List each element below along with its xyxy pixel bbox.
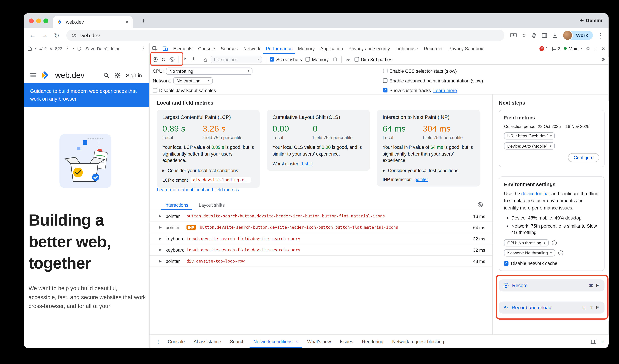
- address-bar[interactable]: web.dev: [66, 30, 505, 41]
- gemini-button[interactable]: ✦ Gemini: [580, 13, 602, 28]
- drawer-tab-ai-assistance[interactable]: AI assistance: [190, 335, 225, 348]
- lcp-test-conditions-expander[interactable]: ▶ Consider your local test conditions: [162, 168, 254, 173]
- throttling-select[interactable]: 'Save-Data': defau: [84, 46, 121, 51]
- tab-lighthouse[interactable]: Lighthouse: [393, 43, 421, 54]
- disable-js-samples-checkbox[interactable]: Disable JavaScript samples: [153, 88, 216, 93]
- issues-badge[interactable]: 2: [552, 46, 560, 51]
- drawer-tab-issues[interactable]: Issues: [336, 335, 357, 348]
- clear-interactions-icon[interactable]: [478, 202, 483, 207]
- search-icon[interactable]: [103, 72, 109, 78]
- css-selector-stats-checkbox[interactable]: Enable CSS selector stats (slow): [383, 69, 457, 73]
- device-width[interactable]: 412: [39, 46, 47, 51]
- extensions-icon[interactable]: [531, 32, 537, 38]
- tab-console[interactable]: Console: [195, 43, 218, 54]
- downloads-icon[interactable]: [552, 32, 558, 38]
- capture-settings-gear-icon[interactable]: ⚙: [601, 56, 605, 62]
- info-icon[interactable]: i: [558, 251, 563, 255]
- interaction-row[interactable]: ▶ pointer div.devsite-top-logo-row 48 ms: [150, 256, 492, 267]
- drawer-tab-network-conditions[interactable]: Network conditions ×: [249, 335, 302, 348]
- profile-button[interactable]: Work: [563, 30, 593, 41]
- memory-checkbox[interactable]: Memory: [306, 57, 329, 62]
- close-drawer-tab-icon[interactable]: ×: [295, 338, 298, 344]
- interaction-row[interactable]: ▶ pointer button.devsite-search-button.d…: [150, 211, 492, 222]
- gc-icon[interactable]: [332, 57, 338, 62]
- reload-button[interactable]: ↻: [51, 30, 62, 41]
- interaction-target[interactable]: input.devsite-search-field.devsite-searc…: [186, 237, 464, 241]
- tab-network[interactable]: Network: [240, 43, 263, 54]
- site-settings-icon[interactable]: [71, 32, 77, 38]
- interaction-row[interactable]: ▶ keyboard input.devsite-search-field.de…: [150, 244, 492, 256]
- dim-3rd-parties-checkbox[interactable]: Dim 3rd parties: [354, 57, 392, 62]
- sign-in-button[interactable]: Sign in: [126, 72, 142, 78]
- network-throttling-select[interactable]: No throttling ▾: [173, 77, 213, 84]
- clear-icon[interactable]: [169, 57, 174, 62]
- download-profile-icon[interactable]: [191, 57, 196, 62]
- row-expand-icon[interactable]: ▶: [159, 237, 166, 240]
- forward-button[interactable]: →: [39, 30, 50, 41]
- chevron-down-icon[interactable]: ▾: [72, 47, 74, 50]
- drawer-tab-whats-new[interactable]: What's new: [303, 335, 335, 348]
- promo-banner[interactable]: Guidance to build modern web experiences…: [24, 83, 149, 107]
- gauge-icon[interactable]: [345, 57, 351, 62]
- close-drawer-icon[interactable]: ×: [602, 338, 605, 344]
- drawer-tab-console[interactable]: Console: [164, 335, 189, 348]
- side-panel-icon[interactable]: [542, 32, 548, 38]
- devtools-settings-icon[interactable]: ⚙: [586, 46, 590, 51]
- bookmark-star-icon[interactable]: ☆: [521, 32, 527, 39]
- row-expand-icon[interactable]: ▶: [159, 225, 166, 229]
- webdev-logo-icon[interactable]: [41, 70, 51, 80]
- hamburger-menu-icon[interactable]: [30, 72, 36, 78]
- drawer-tab-search[interactable]: Search: [226, 335, 249, 348]
- dimensions-icon[interactable]: [27, 46, 32, 51]
- tab-interactions[interactable]: Interactions: [161, 200, 192, 210]
- tab-elements[interactable]: Elements: [170, 43, 195, 54]
- cls-shift-link[interactable]: 1 shift: [301, 161, 313, 166]
- inp-interaction-link[interactable]: pointer: [414, 177, 428, 182]
- error-badge[interactable]: ✕ 1: [539, 46, 548, 51]
- rotate-icon[interactable]: [77, 46, 82, 51]
- row-expand-icon[interactable]: ▶: [159, 259, 166, 263]
- record-reload-icon[interactable]: ↻: [161, 56, 166, 62]
- context-selector[interactable]: Main ▾: [564, 46, 582, 51]
- custom-tracks-checkbox[interactable]: Show custom tracks: [383, 88, 431, 93]
- maximize-window-button[interactable]: [43, 18, 48, 23]
- inspect-element-icon[interactable]: [150, 43, 160, 54]
- drawer-tab-network-request-blocking[interactable]: Network request blocking: [388, 335, 448, 348]
- learn-more-link[interactable]: Learn more: [433, 88, 457, 93]
- device-toolbar-link[interactable]: device toolbar: [521, 191, 550, 196]
- chevron-down-icon[interactable]: ▾: [35, 47, 36, 50]
- tab-application[interactable]: Application: [317, 43, 346, 54]
- close-tab-icon[interactable]: ×: [126, 19, 129, 25]
- info-icon[interactable]: i: [552, 240, 557, 245]
- record-button[interactable]: Record ⌘ E: [499, 280, 605, 292]
- tab-privacy-security[interactable]: Privacy and security: [346, 43, 393, 54]
- record-and-reload-button[interactable]: ↻ Record and reload ⌘ ⇧ E: [499, 302, 605, 314]
- install-icon[interactable]: [510, 32, 517, 38]
- interaction-row[interactable]: ▶ pointer INP button.devsite-search-butt…: [150, 222, 492, 233]
- upload-profile-icon[interactable]: [182, 57, 187, 62]
- interaction-target[interactable]: div.devsite-top-logo-row: [186, 259, 464, 263]
- new-tab-button[interactable]: +: [141, 17, 145, 25]
- device-toolbar-toggle-icon[interactable]: [160, 43, 170, 54]
- live-metrics-home-icon[interactable]: ⌂: [204, 56, 207, 62]
- field-url-select[interactable]: URL: https://web.dev/ ▾: [504, 132, 555, 140]
- interaction-row[interactable]: ▶ keyboard input.devsite-search-field.de…: [150, 233, 492, 244]
- tab-privacy-sandbox[interactable]: Privacy Sandbox: [446, 43, 486, 54]
- env-network-select[interactable]: Network: No throttling ▾: [504, 249, 555, 256]
- browser-menu-icon[interactable]: ⋮: [597, 32, 604, 39]
- env-cpu-select[interactable]: CPU: No throttling ▾: [504, 239, 549, 246]
- field-device-select[interactable]: Device: Auto (Mobile) ▾: [504, 142, 555, 150]
- interaction-target[interactable]: input.devsite-search-field.devsite-searc…: [186, 248, 464, 252]
- tab-sources[interactable]: Sources: [218, 43, 240, 54]
- record-icon[interactable]: [153, 57, 158, 62]
- close-window-button[interactable]: [29, 18, 34, 23]
- dock-side-icon[interactable]: [591, 339, 597, 344]
- cpu-throttling-select[interactable]: No throttling ▾: [166, 67, 253, 75]
- theme-toggle-icon[interactable]: [114, 72, 121, 78]
- row-expand-icon[interactable]: ▶: [159, 248, 166, 252]
- device-height[interactable]: 823: [55, 46, 62, 51]
- drawer-tab-rendering[interactable]: Rendering: [358, 335, 387, 348]
- device-more-icon[interactable]: ⋮: [141, 46, 145, 51]
- zoom-menu-icon[interactable]: ⋮: [65, 46, 70, 51]
- paint-instrumentation-checkbox[interactable]: Enable advanced paint instrumentation (s…: [383, 78, 483, 83]
